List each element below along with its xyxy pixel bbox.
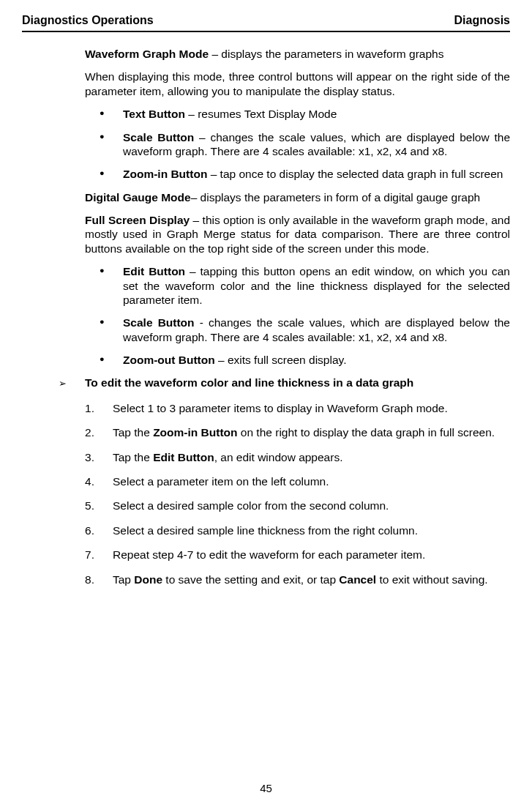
text: , an edit window appears. [214,451,343,463]
text: to exit without saving. [376,573,488,586]
list-item: Zoom-in Button – tap once to display the… [85,167,510,181]
list-item: Select a desired sample color from the s… [85,499,510,512]
list-item: Zoom-out Button – exits full screen disp… [85,353,510,367]
numbered-list: Select 1 to 3 parameter items to display… [85,401,510,586]
page-body: Waveform Graph Mode – displays the param… [22,47,510,586]
list-item: Tap the Zoom-in Button on the right to d… [85,425,510,439]
header-left: Diagnostics Operations [22,13,154,28]
text: Select a desired sample color from the s… [113,499,389,512]
text: to save the setting and exit, or tap [162,573,339,586]
list-item: Select a desired sample line thickness f… [85,523,510,537]
list-item: Scale Button - changes the scale values,… [85,316,510,344]
term: Scale Button [123,316,195,329]
list-item: Tap the Edit Button, an edit window appe… [85,450,510,464]
term: Edit Button [153,451,214,463]
text: – exits full screen display. [215,354,347,366]
page: Diagnostics Operations Diagnosis Wavefor… [0,0,532,809]
text: – displays the parameters in form of a d… [191,191,480,204]
bullet-list: Text Button – resumes Text Display Mode … [85,107,510,182]
text: Select a parameter item on the left colu… [113,475,329,488]
list-item: Repeat step 4-7 to edit the waveform for… [85,548,510,562]
term: Cancel [339,573,376,586]
term: Edit Button [123,265,185,277]
procedure-title: To edit the waveform color and line thic… [85,376,413,391]
term: Digital Gauge Mode [85,191,191,204]
text: Tap the [113,451,153,463]
list-item: Select a parameter item on the left colu… [85,474,510,488]
list-item: Text Button – resumes Text Display Mode [85,107,510,121]
term: Waveform Graph Mode [85,48,209,60]
procedure-heading: ➢ To edit the waveform color and line th… [59,376,510,391]
text: on the right to display the data graph i… [238,426,495,439]
list-item: Tap Done to save the setting and exit, o… [85,573,510,586]
term: Done [134,573,162,586]
term: Text Button [123,108,185,120]
term: Full Screen Display [85,214,190,226]
term: Zoom-in Button [123,168,207,180]
text: Select 1 to 3 parameter items to display… [113,402,448,414]
page-header: Diagnostics Operations Diagnosis [22,13,510,32]
text: Select a desired sample line thickness f… [113,524,418,537]
header-right: Diagnosis [454,13,510,28]
text: Repeat step 4-7 to edit the waveform for… [113,548,425,561]
term: Scale Button [123,131,194,143]
paragraph: Waveform Graph Mode – displays the param… [85,47,510,61]
list-item: Scale Button – changes the scale values,… [85,130,510,159]
paragraph: Full Screen Display – this option is onl… [85,213,510,256]
term: Zoom-in Button [153,426,237,439]
term: Zoom-out Button [123,354,215,366]
text: Tap [113,573,134,586]
list-item: Select 1 to 3 parameter items to display… [85,401,510,415]
text: Tap the [113,426,153,439]
text: – tap once to display the selected data … [207,168,503,180]
arrow-icon: ➢ [59,376,85,391]
text: – displays the parameters in waveform gr… [209,48,443,60]
text: – resumes Text Display Mode [185,108,337,120]
page-number: 45 [0,782,532,796]
paragraph: Digital Gauge Mode– displays the paramet… [85,190,510,204]
paragraph: When displaying this mode, three control… [85,70,510,98]
list-item: Edit Button – tapping this button opens … [85,264,510,307]
bullet-list: Edit Button – tapping this button opens … [85,264,510,367]
